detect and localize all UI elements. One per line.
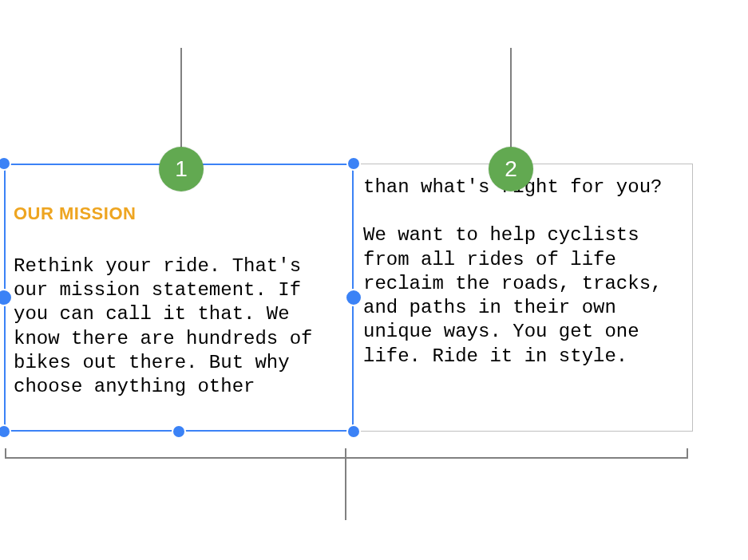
text-link-handle-right[interactable] — [345, 289, 362, 306]
linked-text-box-1-body: Rethink your ride. That's our mission st… — [14, 254, 344, 399]
resize-handle-top-right[interactable] — [346, 156, 361, 171]
callout-leader-1 — [180, 48, 182, 158]
resize-handle-bottom-mid[interactable] — [172, 424, 186, 439]
document-canvas: than what's right for you? We want to he… — [0, 0, 748, 560]
callout-badge-2-label: 2 — [505, 156, 517, 182]
callout-badge-1-label: 1 — [175, 156, 188, 182]
callout-badge-1: 1 — [159, 147, 204, 191]
callout-leader-2 — [510, 48, 512, 158]
resize-handle-bottom-left[interactable] — [0, 424, 11, 439]
linked-text-box-2[interactable]: than what's right for you? We want to he… — [353, 164, 693, 432]
resize-handle-bottom-right[interactable] — [346, 424, 361, 439]
linked-text-box-1[interactable]: OUR MISSION Rethink your ride. That's ou… — [4, 164, 354, 432]
mission-heading: OUR MISSION — [14, 203, 344, 224]
bottom-bracket-horizontal — [5, 457, 688, 459]
callout-badge-2: 2 — [489, 147, 533, 191]
bottom-bracket-leader — [345, 448, 346, 520]
linked-text-box-2-body: than what's right for you? We want to he… — [363, 175, 683, 369]
